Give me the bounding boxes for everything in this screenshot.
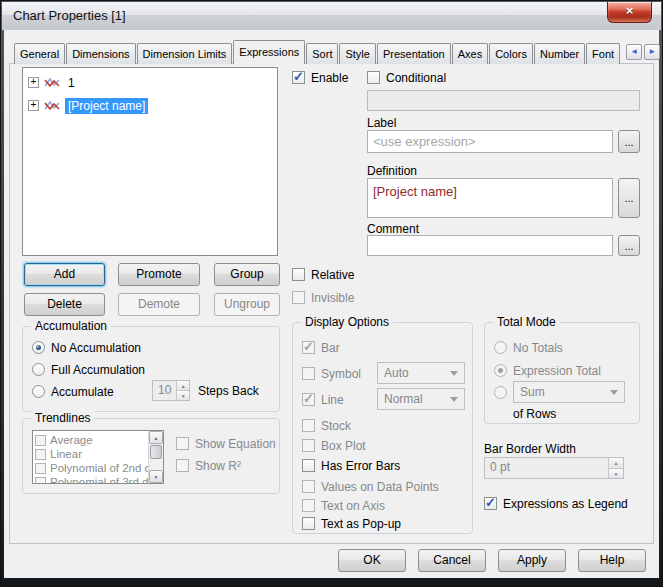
has-error-bars-label: Has Error Bars [321, 459, 400, 473]
close-button[interactable]: × [607, 2, 652, 23]
tree-item[interactable]: + 1 [23, 71, 277, 94]
apply-button[interactable]: Apply [498, 549, 566, 572]
scroll-down-icon[interactable] [149, 470, 163, 483]
scroll-up-icon[interactable] [149, 431, 163, 444]
spin-down-icon[interactable] [609, 469, 623, 479]
enable-checkbox[interactable] [292, 71, 305, 84]
spin-up-icon[interactable] [177, 381, 189, 391]
relative-label: Relative [311, 268, 354, 282]
show-r2-checkbox[interactable] [176, 459, 189, 472]
label-ellipsis-button[interactable]: ... [618, 130, 640, 153]
accumulate-radio[interactable] [32, 385, 45, 398]
group-button[interactable]: Group [214, 263, 280, 286]
stock-checkbox[interactable] [302, 419, 315, 432]
of-rows-label: of Rows [513, 407, 556, 421]
values-on-data-points-option: Values on Data Points [302, 479, 439, 494]
tab-scroll-left-icon[interactable]: ◄ [626, 44, 642, 60]
expression-total-radio[interactable] [494, 364, 507, 377]
scrollbar-thumb[interactable] [150, 445, 162, 459]
add-button[interactable]: Add [24, 263, 105, 286]
aggregate-function-dropdown[interactable]: Sum [513, 381, 625, 403]
definition-field[interactable]: [Project name] [367, 178, 613, 218]
trendline-checkbox[interactable] [35, 463, 46, 474]
text-on-axis-checkbox[interactable] [302, 499, 315, 512]
spin-up-icon[interactable] [609, 458, 623, 469]
promote-button[interactable]: Promote [118, 263, 200, 286]
ungroup-button[interactable]: Ungroup [214, 293, 280, 316]
demote-button[interactable]: Demote [118, 293, 200, 316]
tab-style[interactable]: Style [339, 43, 375, 64]
trendline-item[interactable]: Polynomial of 2nd d [35, 461, 163, 475]
text-on-axis-label: Text on Axis [321, 499, 385, 513]
bar-checkbox[interactable] [302, 341, 315, 354]
definition-ellipsis-button[interactable]: ... [618, 178, 640, 218]
text-as-popup-checkbox[interactable] [302, 517, 315, 530]
symbol-style-dropdown[interactable]: Auto [377, 362, 465, 384]
cancel-button[interactable]: Cancel [418, 549, 486, 572]
steps-back-label: Steps Back [198, 384, 259, 398]
bar-border-width-spinner[interactable]: 0 pt [484, 457, 624, 479]
line-label: Line [321, 393, 344, 407]
expand-icon[interactable]: + [28, 77, 39, 88]
expressions-as-legend-option: Expressions as Legend [484, 496, 628, 511]
delete-button[interactable]: Delete [24, 293, 105, 316]
bar-label: Bar [321, 341, 340, 355]
trendline-item[interactable]: Average [35, 433, 163, 447]
tab-axes[interactable]: Axes [452, 43, 488, 64]
steps-back-spinner[interactable]: 10 [152, 380, 190, 401]
relative-checkbox[interactable] [292, 268, 305, 281]
has-error-bars-checkbox[interactable] [302, 459, 315, 472]
ok-button[interactable]: OK [338, 549, 406, 572]
tree-item-label[interactable]: 1 [65, 75, 78, 91]
trendlines-scrollbar[interactable] [148, 431, 163, 483]
definition-value: [Project name] [373, 184, 457, 199]
full-accumulation-option: Full Accumulation [32, 362, 145, 377]
tab-presentation[interactable]: Presentation [377, 43, 451, 64]
label-input[interactable] [367, 130, 613, 153]
expression-chart-icon [44, 77, 60, 89]
invisible-checkbox[interactable] [292, 291, 305, 304]
full-accumulation-radio[interactable] [32, 363, 45, 376]
expressions-tree[interactable]: + 1 + [Project name] [22, 67, 278, 256]
tree-item[interactable]: + [Project name] [23, 94, 277, 117]
tab-general[interactable]: General [14, 43, 65, 64]
spinner-buttons [608, 458, 623, 478]
comment-ellipsis-button[interactable]: ... [618, 235, 640, 256]
tab-expressions[interactable]: Expressions [233, 40, 305, 64]
line-checkbox[interactable] [302, 393, 315, 406]
tree-item-label[interactable]: [Project name] [65, 98, 148, 114]
tab-font[interactable]: Font [586, 43, 620, 64]
tab-sort[interactable]: Sort [306, 43, 338, 64]
values-on-data-points-checkbox[interactable] [302, 480, 315, 493]
comment-field[interactable] [367, 235, 613, 256]
trendline-checkbox[interactable] [35, 477, 46, 485]
trendlines-list[interactable]: Average Linear Polynomial of 2nd d Polyn… [32, 430, 164, 484]
tab-colors[interactable]: Colors [489, 43, 533, 64]
trendline-checkbox[interactable] [35, 435, 46, 446]
definition-caption: Definition [367, 164, 417, 178]
help-button[interactable]: Help [578, 549, 646, 572]
tab-dimensions[interactable]: Dimensions [66, 43, 135, 64]
tab-number[interactable]: Number [534, 43, 585, 64]
conditional-field[interactable] [367, 90, 640, 111]
trendline-checkbox[interactable] [35, 449, 46, 460]
chart-properties-window: Chart Properties [1] × General Dimension… [0, 0, 663, 587]
no-accumulation-radio[interactable] [32, 341, 45, 354]
tab-scroll-right-icon[interactable]: ► [644, 44, 660, 60]
expand-icon[interactable]: + [28, 100, 39, 111]
conditional-label: Conditional [386, 71, 446, 85]
show-equation-checkbox[interactable] [176, 437, 189, 450]
symbol-checkbox[interactable] [302, 367, 315, 380]
symbol-option: Symbol [302, 366, 361, 381]
box-plot-checkbox[interactable] [302, 439, 315, 452]
trendline-item[interactable]: Linear [35, 447, 163, 461]
aggregate-total-radio[interactable] [494, 386, 507, 399]
expressions-as-legend-checkbox[interactable] [484, 497, 497, 510]
spin-down-icon[interactable] [177, 391, 189, 400]
tab-strip: General Dimensions Dimension Limits Expr… [14, 40, 653, 64]
line-style-dropdown[interactable]: Normal [377, 388, 465, 410]
trendline-item[interactable]: Polynomial of 3rd d [35, 475, 163, 484]
conditional-checkbox[interactable] [367, 71, 380, 84]
no-totals-radio[interactable] [494, 341, 507, 354]
tab-dimension-limits[interactable]: Dimension Limits [137, 43, 233, 64]
